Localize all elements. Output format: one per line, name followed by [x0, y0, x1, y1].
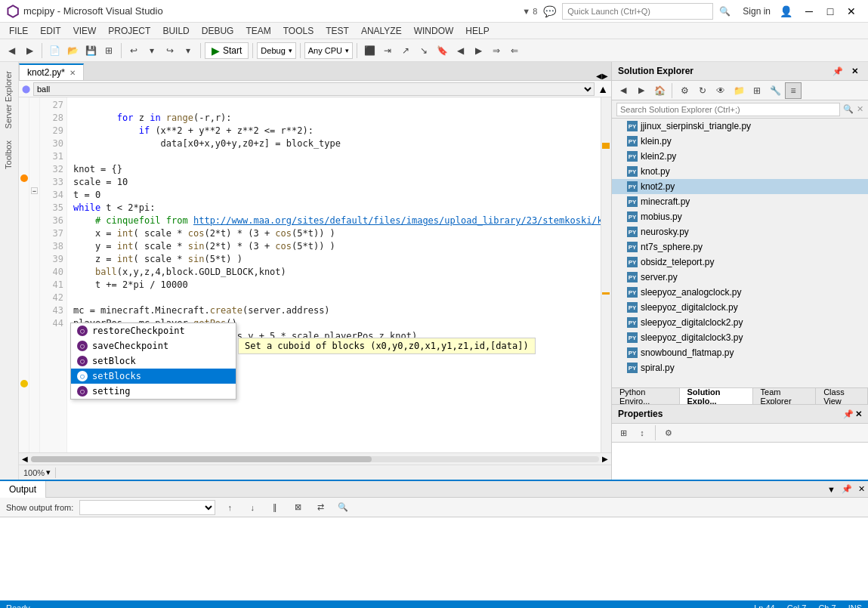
tab-scroll-left[interactable]: ◀	[596, 72, 602, 80]
step3-button[interactable]: ↘	[415, 42, 432, 59]
tab-class-view[interactable]: Class View	[816, 388, 868, 404]
output-dropdown-arrow[interactable]: ▼	[824, 485, 839, 494]
back-button[interactable]: ◀	[3, 42, 20, 59]
cpu-config-dropdown[interactable]: Any CPU ▾	[304, 42, 353, 59]
forward-button[interactable]: ▶	[21, 42, 38, 59]
se-file-jjinux[interactable]: PY jjinux_sierpinski_triangle.py	[612, 119, 868, 134]
close-button[interactable]: ✕	[841, 1, 862, 22]
step2-button[interactable]: ↗	[397, 42, 414, 59]
prop-cat-btn[interactable]: ⊞	[615, 424, 632, 441]
se-file-obsidz[interactable]: PY obsidz_teleport.py	[612, 255, 868, 270]
se-prop-btn[interactable]: 🔧	[767, 82, 783, 99]
menu-edit[interactable]: EDIT	[34, 24, 66, 38]
ac-item-restore[interactable]: ○ restoreCheckpoint	[71, 323, 236, 338]
tab-scroll-right[interactable]: ▶	[602, 72, 608, 80]
menu-test[interactable]: TEST	[320, 24, 355, 38]
prop-settings-btn[interactable]: ⚙	[660, 424, 677, 441]
save-all-button[interactable]: ⊞	[100, 42, 117, 59]
se-search-input[interactable]	[616, 103, 840, 116]
server-explorer-tab[interactable]: Server Explorer	[2, 65, 17, 134]
se-filter-btn[interactable]: ⊞	[749, 82, 765, 99]
collapse-code-block[interactable]: −	[31, 187, 38, 194]
se-file-minecraft[interactable]: PY minecraft.py	[612, 194, 868, 209]
new-file-button[interactable]: 📄	[46, 42, 63, 59]
output-up-btn[interactable]: ↑	[221, 499, 238, 516]
signin-button[interactable]: Sign in	[743, 6, 771, 17]
scroll-up-button[interactable]: ▲	[598, 83, 608, 95]
se-active-btn[interactable]: ≡	[785, 82, 802, 99]
autocomplete-list[interactable]: ○ restoreCheckpoint ○ saveCheckpoint ○ s…	[70, 323, 236, 400]
se-file-klein[interactable]: PY klein.py	[612, 134, 868, 149]
notifications[interactable]: ▼ 8	[522, 7, 537, 16]
output-word-wrap-btn[interactable]: ⇄	[312, 499, 329, 516]
se-close-button[interactable]: ✕	[847, 63, 862, 79]
code-editor[interactable]: − 27282930 31323334 35363738 39404142 43…	[19, 97, 611, 452]
se-file-sleepyoz-digital2[interactable]: PY sleepyoz_digitalclock2.py	[612, 315, 868, 330]
h-scrollbar-track[interactable]	[31, 456, 599, 462]
se-folder-btn[interactable]: 📁	[731, 82, 747, 99]
se-file-klein2[interactable]: PY klein2.py	[612, 149, 868, 164]
tab-close-icon[interactable]: ✕	[70, 69, 76, 77]
output-down-btn[interactable]: ↓	[244, 499, 261, 516]
menu-file[interactable]: FILE	[3, 24, 34, 38]
menu-tools[interactable]: TOOLS	[277, 24, 320, 38]
menu-analyze[interactable]: ANALYZE	[355, 24, 408, 38]
output-close-button[interactable]: ✕	[855, 484, 868, 494]
quick-launch-input[interactable]	[562, 3, 713, 20]
toolbox-tab[interactable]: Toolbox	[2, 134, 17, 175]
start-button[interactable]: ▶ Start	[205, 42, 249, 59]
menu-build[interactable]: BUILD	[156, 24, 195, 38]
se-file-knot2[interactable]: PY knot2.py	[612, 179, 868, 194]
tab-solution-explorer[interactable]: Solution Explo...	[680, 388, 753, 404]
output-pin-button[interactable]: 📌	[839, 484, 855, 494]
account-icon[interactable]: 👤	[780, 5, 792, 17]
se-file-knot[interactable]: PY knot.py	[612, 164, 868, 179]
output-pause-btn[interactable]: ‖	[267, 499, 283, 516]
se-file-nt7s[interactable]: PY nt7s_sphere.py	[612, 239, 868, 255]
se-refresh-btn[interactable]: ↻	[694, 82, 711, 99]
menu-project[interactable]: PROJECT	[102, 24, 156, 38]
se-home-btn[interactable]: 🏠	[651, 82, 668, 99]
redo-button[interactable]: ↪	[162, 42, 178, 59]
se-file-mobius[interactable]: PY mobius.py	[612, 209, 868, 224]
se-forward-btn[interactable]: ▶	[633, 82, 650, 99]
breakpoint-button[interactable]: ⬛	[361, 42, 378, 59]
se-back-btn[interactable]: ◀	[615, 82, 632, 99]
bookmark-button[interactable]: 🔖	[434, 42, 450, 59]
se-file-snowbound[interactable]: PY snowbound_flatmap.py	[612, 345, 868, 360]
nav-next2[interactable]: ⇒	[488, 42, 505, 59]
menu-team[interactable]: TEAM	[239, 24, 276, 38]
save-button[interactable]: 💾	[82, 42, 99, 59]
menu-window[interactable]: WINDOW	[408, 24, 460, 38]
menu-help[interactable]: HELP	[459, 24, 495, 38]
menu-view[interactable]: VIEW	[67, 24, 103, 38]
undo-dropdown[interactable]: ▾	[144, 42, 160, 59]
restore-button[interactable]: □	[820, 1, 841, 22]
se-file-server[interactable]: PY server.py	[612, 270, 868, 285]
prop-pin-button[interactable]: 📌	[843, 409, 854, 419]
nav-prev2[interactable]: ⇐	[506, 42, 523, 59]
se-file-neurosky[interactable]: PY neurosky.py	[612, 224, 868, 239]
prop-alpha-btn[interactable]: ↕	[634, 424, 650, 441]
ac-item-setblocks[interactable]: ○ setBlocks	[71, 369, 236, 384]
se-file-sleepyoz-digital3[interactable]: PY sleepyoz_digitalclock3.py	[612, 330, 868, 345]
output-find-btn[interactable]: 🔍	[335, 499, 351, 516]
tab-output[interactable]: Output	[0, 481, 46, 498]
scroll-right[interactable]: ▶	[602, 455, 608, 463]
minimize-button[interactable]: ─	[798, 1, 820, 22]
nav-prev[interactable]: ◀	[452, 42, 468, 59]
se-file-spiral[interactable]: PY spiral.py	[612, 360, 868, 375]
debug-config-dropdown[interactable]: Debug ▾	[257, 42, 295, 59]
ac-item-setblock[interactable]: ○ setBlock	[71, 353, 236, 369]
ac-item-save[interactable]: ○ saveCheckpoint	[71, 338, 236, 353]
editor-tab-knot2[interactable]: knot2.py* ✕	[19, 63, 84, 80]
prop-close-button[interactable]: ✕	[855, 409, 862, 419]
output-source-select[interactable]	[79, 500, 215, 515]
menu-debug[interactable]: DEBUG	[196, 24, 240, 38]
nav-next[interactable]: ▶	[470, 42, 487, 59]
se-pin-button[interactable]: 📌	[830, 63, 845, 79]
open-button[interactable]: 📂	[64, 42, 81, 59]
se-search-close[interactable]: ✕	[857, 104, 863, 114]
editor-scrollbar[interactable]	[601, 97, 611, 452]
se-file-sleepyoz-digital[interactable]: PY sleepyoz_digitalclock.py	[612, 300, 868, 315]
